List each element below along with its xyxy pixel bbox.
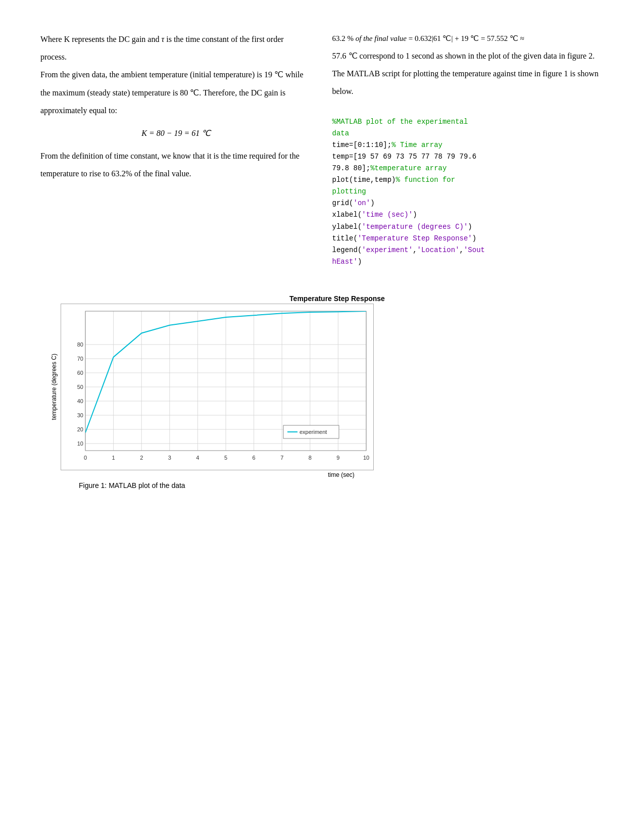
code-line8c: ) [472,234,476,242]
code-line8b: 'Temperature Step Response' [358,234,472,242]
x-tick-3: 3 [168,455,171,461]
left-para1: Where K represents the DC gain and τ is … [40,30,312,66]
page: Where K represents the DC gain and τ is … [0,0,644,520]
code-line7b: 'temperature (degrees C)' [362,223,468,231]
code-line9c: , [413,246,417,254]
code-line6a: xlabel( [332,211,362,219]
code-line9d: 'Location' [417,246,460,254]
code-line6b: 'time (sec)' [362,211,413,219]
x-tick-0: 0 [84,455,87,461]
code-line5b: 'on' [354,199,371,207]
code-line1: %MATLAB plot of the experimental data [332,118,468,137]
code-line3b: %temperature array [370,164,447,172]
code-line5a: grid( [332,199,354,207]
code-line7a: ylabel( [332,223,362,231]
chart-title: Temperature Step Response [71,295,604,303]
y-tick-70: 70 [77,355,83,361]
x-tick-10: 10 [363,455,369,461]
y-tick-60: 60 [77,369,83,375]
equation: K = 80 − 19 = 61 ℃ [40,124,312,142]
right-column: 63.2 % of the final value = 0.632|61 ℃| … [332,30,604,279]
x-tick-1: 1 [112,455,115,461]
x-axis-label: time (sec) [79,471,604,478]
figure-caption: Figure 1: MATLAB plot of the data [79,481,604,489]
x-tick-7: 7 [280,455,283,461]
code-line9a: legend( [332,246,362,254]
code-line2b: % Time array [391,141,442,149]
code-line7c: ) [468,223,472,231]
y-tick-40: 40 [77,398,83,404]
code-line4a: plot(time,temp) [332,176,396,184]
x-tick-9: 9 [336,455,339,461]
two-column-section: Where K represents the DC gain and τ is … [40,30,604,279]
code-line2a: time=[0:1:10]; [332,141,392,149]
x-tick-4: 4 [196,455,199,461]
x-tick-2: 2 [140,455,143,461]
y-tick-10: 10 [77,440,83,446]
code-line6c: ) [413,211,417,219]
code-line5c: ) [370,199,374,207]
legend-label: experiment [300,429,327,435]
x-tick-8: 8 [309,455,312,461]
y-tick-30: 30 [77,412,83,418]
x-tick-6: 6 [253,455,256,461]
chart-section: Temperature Step Response temperature (d… [40,295,604,489]
left-column: Where K represents the DC gain and τ is … [40,30,312,279]
code-block: %MATLAB plot of the experimental data ti… [332,105,604,279]
x-tick-5: 5 [224,455,227,461]
chart-svg: 10 20 30 40 50 60 70 80 0 1 2 3 4 5 6 7 … [61,304,374,470]
right-formula: 63.2 % of the final value = 0.632|61 ℃| … [332,30,604,47]
y-axis-label: temperature (degrees C) [51,354,58,420]
left-para3: From the definition of time constant, we… [40,147,312,182]
code-line9g: ) [358,258,362,266]
right-para1: 57.6 ℃ correspond to 1 second as shown i… [332,47,604,101]
code-line8a: title( [332,234,358,242]
code-line9b: 'experiment' [362,246,413,254]
code-line9e: , [460,246,464,254]
y-tick-20: 20 [77,426,83,432]
y-tick-50: 50 [77,383,83,389]
left-para2: From the given data, the ambient tempera… [40,66,312,119]
y-tick-80: 80 [77,341,83,347]
